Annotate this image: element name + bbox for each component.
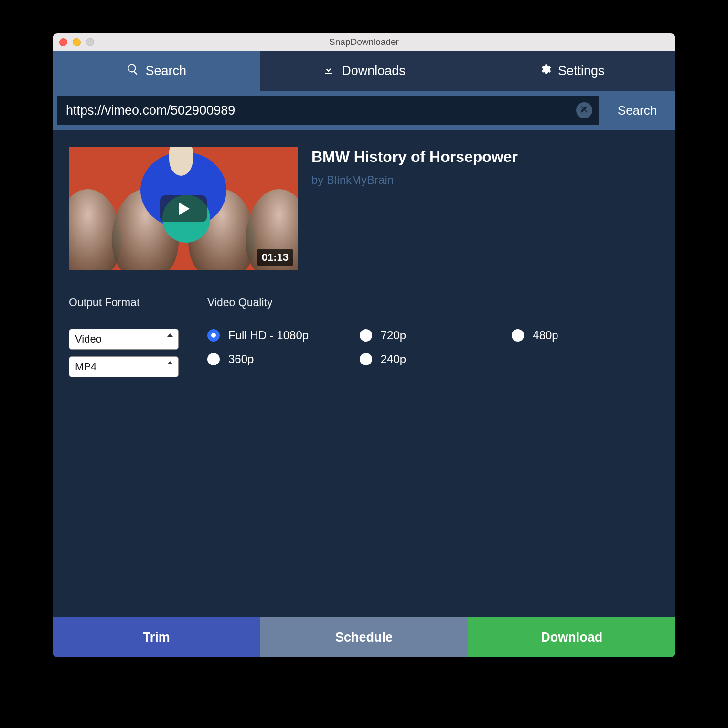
video-title: BMW History of Horsepower — [311, 148, 518, 166]
video-result: 01:13 BMW History of Horsepower by Blink… — [69, 147, 659, 270]
quality-label: 360p — [228, 353, 254, 366]
quality-option-1080p[interactable]: Full HD - 1080p — [207, 329, 355, 342]
window-controls — [53, 38, 94, 46]
video-meta: BMW History of Horsepower by BlinkMyBrai… — [311, 147, 518, 270]
video-duration: 01:13 — [257, 249, 293, 266]
tab-downloads[interactable]: Downloads — [260, 51, 468, 91]
tab-search-label: Search — [146, 64, 187, 78]
tab-settings[interactable]: Settings — [468, 51, 675, 91]
titlebar: SnapDownloader — [53, 33, 675, 51]
video-quality-section: Video Quality Full HD - 1080p 720p 480p — [207, 296, 659, 384]
close-icon — [580, 105, 589, 116]
play-icon — [160, 195, 207, 222]
format-type-select[interactable] — [69, 329, 179, 350]
tab-settings-label: Settings — [558, 64, 605, 78]
url-input[interactable] — [66, 103, 576, 118]
app-window: SnapDownloader Search Downloads Settings — [53, 33, 675, 657]
url-box — [57, 96, 599, 125]
quality-label: 480p — [533, 329, 558, 342]
schedule-button[interactable]: Schedule — [260, 617, 468, 657]
quality-label: 240p — [381, 353, 406, 366]
search-button-label: Search — [618, 103, 657, 118]
main-tabs: Search Downloads Settings — [53, 51, 675, 91]
radio-icon — [512, 329, 524, 342]
quality-label: Full HD - 1080p — [228, 329, 309, 342]
radio-icon — [207, 353, 220, 365]
download-button[interactable]: Download — [468, 617, 675, 657]
radio-icon — [360, 329, 372, 342]
video-author: by BlinkMyBrain — [311, 173, 518, 187]
download-icon — [322, 63, 335, 79]
content-area: 01:13 BMW History of Horsepower by Blink… — [53, 130, 675, 384]
download-label: Download — [541, 630, 602, 645]
schedule-label: Schedule — [335, 630, 393, 645]
trim-button[interactable]: Trim — [53, 617, 260, 657]
video-quality-label: Video Quality — [207, 296, 659, 317]
search-icon — [127, 63, 139, 79]
tab-search[interactable]: Search — [53, 51, 260, 91]
quality-option-360p[interactable]: 360p — [207, 353, 355, 366]
quality-options: Full HD - 1080p 720p 480p 360p — [207, 329, 659, 366]
format-container-select[interactable] — [69, 356, 179, 377]
close-window-button[interactable] — [59, 38, 67, 46]
maximize-window-button[interactable] — [86, 38, 94, 46]
options-panel: Output Format Video Quality Full HD - 10… — [69, 296, 659, 384]
search-bar: Search — [53, 91, 675, 130]
window-title: SnapDownloader — [53, 37, 675, 47]
minimize-window-button[interactable] — [73, 38, 81, 46]
tab-downloads-label: Downloads — [342, 64, 406, 78]
search-button[interactable]: Search — [599, 96, 675, 125]
gear-icon — [539, 63, 551, 79]
quality-option-240p[interactable]: 240p — [360, 353, 507, 366]
radio-icon — [207, 329, 220, 342]
radio-icon — [360, 353, 372, 365]
quality-option-720p[interactable]: 720p — [360, 329, 507, 342]
quality-label: 720p — [381, 329, 406, 342]
trim-label: Trim — [143, 630, 170, 645]
clear-url-button[interactable] — [576, 102, 592, 118]
video-thumbnail[interactable]: 01:13 — [69, 147, 298, 270]
quality-option-480p[interactable]: 480p — [512, 329, 659, 342]
output-format-label: Output Format — [69, 296, 179, 317]
output-format-section: Output Format — [69, 296, 179, 384]
action-bar: Trim Schedule Download — [53, 617, 675, 657]
